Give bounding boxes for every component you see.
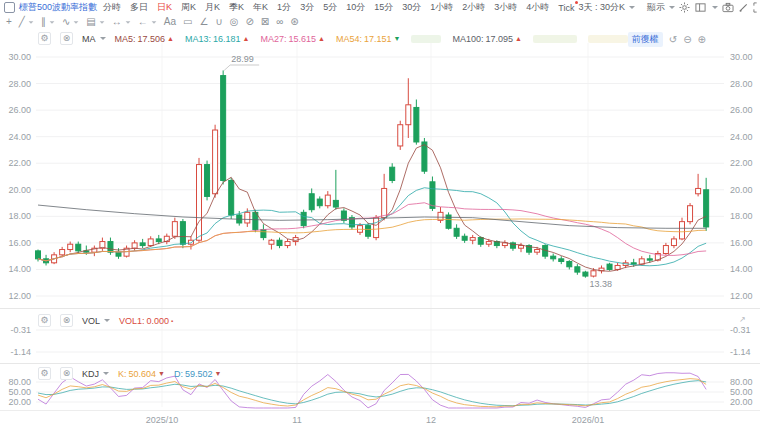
zoom-in-icon[interactable]: ⊕: [698, 35, 706, 45]
ma-label: MA: [82, 34, 96, 44]
svg-text:18.00: 18.00: [8, 211, 31, 221]
tab-多日[interactable]: 多日: [130, 1, 148, 14]
wave-tool-icon: ∿: [62, 17, 70, 27]
compare-link-icon: ∞: [276, 17, 283, 27]
reset-view-icon[interactable]: ↺: [669, 35, 677, 45]
chevron-down-icon: [669, 6, 675, 9]
drawing-toolbar: +╱∥∿▤↔←Aa▭∠∪◎⊘⊠∞⊛: [0, 15, 760, 29]
candlestick-chart[interactable]: 30.0030.0028.0028.0026.0026.0024.0024.00…: [0, 29, 760, 410]
tab-2小時[interactable]: 2小時: [462, 1, 485, 14]
chart-window-icon[interactable]: [4, 2, 15, 13]
chevron-down-icon: [49, 21, 54, 23]
svg-text:80.00: 80.00: [730, 377, 753, 387]
hide-drawings-icon: ⊘: [245, 17, 253, 27]
tab-Tick[interactable]: Tick: [558, 3, 574, 13]
channel-tool-icon[interactable]: ∥: [41, 17, 55, 27]
tab-月K[interactable]: 月K: [205, 1, 220, 14]
tab-3分[interactable]: 3分: [300, 1, 314, 14]
svg-text:16.00: 16.00: [730, 238, 753, 248]
ma-ghost-item: [588, 35, 628, 43]
svg-text:50.00: 50.00: [8, 387, 31, 397]
ma-value-ma27: MA27:15.615▲: [260, 34, 324, 44]
compare-link-icon[interactable]: ∞: [276, 17, 283, 27]
x-axis-label: 12: [426, 415, 436, 425]
vol-indicator-name[interactable]: VOL: [82, 316, 110, 326]
svg-text:80.00: 80.00: [8, 377, 31, 387]
display-dropdown[interactable]: 顯示: [647, 1, 675, 14]
tab-日K[interactable]: 日K: [157, 1, 172, 14]
tab-4小時[interactable]: 4小時: [526, 1, 549, 14]
tab-周K[interactable]: 周K: [181, 1, 196, 14]
svg-text:50.00: 50.00: [730, 387, 753, 397]
svg-text:26.00: 26.00: [730, 105, 753, 115]
fullscreen-icon[interactable]: [753, 1, 760, 14]
settings-gear-icon[interactable]: [679, 1, 690, 14]
adjust-mode-button[interactable]: 前復權: [628, 32, 663, 47]
svg-text:28.99: 28.99: [231, 54, 254, 64]
draw-edit-icon[interactable]: [738, 1, 749, 14]
tab-15分[interactable]: 15分: [374, 1, 393, 14]
channel-tool-icon: ∥: [41, 17, 46, 27]
svg-text:28.00: 28.00: [8, 79, 31, 89]
kdj-settings-icon[interactable]: ⚙: [38, 367, 51, 380]
ma-settings-icon[interactable]: ⚙: [38, 32, 51, 45]
tab-1小時[interactable]: 1小時: [430, 1, 453, 14]
svg-text:28.00: 28.00: [730, 79, 753, 89]
svg-text:-0.31: -0.31: [730, 325, 751, 335]
ma-value-ma54: MA54:17.151▼: [336, 34, 400, 44]
ma-value-ma5: MA5:17.506▲: [115, 34, 174, 44]
drawing-settings-icon[interactable]: ⊛: [290, 17, 298, 27]
target-tool-icon[interactable]: ◎: [230, 17, 239, 27]
callout-tool-icon: ▭: [183, 17, 192, 27]
magnet-tool-icon[interactable]: ∪: [215, 17, 222, 27]
symbol-title[interactable]: 標普500波動率指數: [19, 1, 97, 14]
tab-3小時[interactable]: 3小時: [494, 1, 517, 14]
topbar: 標普500波動率指數 分時多日日K周K月K季K年K1分3分5分10分15分30分…: [0, 0, 760, 15]
layout-template-dropdown[interactable]: [694, 1, 718, 14]
text-tool-icon[interactable]: Aa: [164, 17, 176, 27]
tab-季K[interactable]: 季K: [229, 1, 244, 14]
angle-tool-icon[interactable]: ∠: [199, 17, 208, 27]
tab-30分[interactable]: 30分: [402, 1, 421, 14]
tab-10分[interactable]: 10分: [346, 1, 365, 14]
tab-年K[interactable]: 年K: [253, 1, 268, 14]
zoom-out-icon[interactable]: ⊖: [683, 35, 691, 45]
fibonacci-tool-icon[interactable]: ▤: [86, 17, 104, 27]
callout-tool-icon[interactable]: ▭: [183, 17, 192, 27]
arrow-tool-icon[interactable]: ←: [138, 17, 157, 27]
tab-分時[interactable]: 分時: [103, 1, 121, 14]
fibonacci-tool-icon: ▤: [86, 17, 95, 27]
svg-text:24.00: 24.00: [730, 132, 753, 142]
pan-crosshair-icon: +: [6, 17, 12, 27]
custom-period-dropdown[interactable]: 3天 : 30分K: [578, 1, 635, 14]
angle-tool-icon: ∠: [199, 17, 208, 27]
delete-drawings-icon: ⊠: [261, 17, 269, 27]
wave-tool-icon[interactable]: ∿: [62, 17, 79, 27]
svg-text:18.00: 18.00: [730, 211, 753, 221]
kdj-close-icon[interactable]: ⊗: [60, 367, 73, 380]
text-tool-icon: Aa: [164, 17, 176, 27]
vol-pane-expand-icon[interactable]: ↗: [739, 315, 746, 324]
pan-crosshair-icon[interactable]: +: [6, 17, 12, 27]
ma-indicator-name[interactable]: MA: [82, 34, 106, 44]
ma-value-ma13: MA13:16.181▲: [185, 34, 249, 44]
measure-tool-icon[interactable]: ↔: [112, 17, 131, 27]
ma-ghost-item: [533, 35, 577, 43]
tab-5分[interactable]: 5分: [323, 1, 337, 14]
ma-close-icon[interactable]: ⊗: [60, 32, 73, 45]
vol-settings-icon[interactable]: ⚙: [38, 314, 51, 327]
measure-tool-icon: ↔: [112, 17, 122, 27]
trendline-tool-icon[interactable]: ╱: [19, 17, 34, 27]
chevron-down-icon: [125, 21, 130, 23]
vol-close-icon[interactable]: ⊗: [60, 314, 73, 327]
x-axis-label: 11: [292, 415, 301, 425]
kdj-indicator-name[interactable]: KDJ: [82, 369, 109, 379]
hide-drawings-icon[interactable]: ⊘: [245, 17, 253, 27]
chevron-down-icon: [151, 21, 156, 23]
tab-1分[interactable]: 1分: [277, 1, 291, 14]
vol1-value: VOL1: 0.000 ▪: [119, 316, 173, 326]
kdj-k-value: K: 50.604 ▼: [118, 369, 165, 379]
chart-app: 標普500波動率指數 分時多日日K周K月K季K年K1分3分5分10分15分30分…: [0, 0, 760, 429]
camera-snapshot-icon[interactable]: [722, 1, 734, 14]
delete-drawings-icon[interactable]: ⊠: [261, 17, 269, 27]
